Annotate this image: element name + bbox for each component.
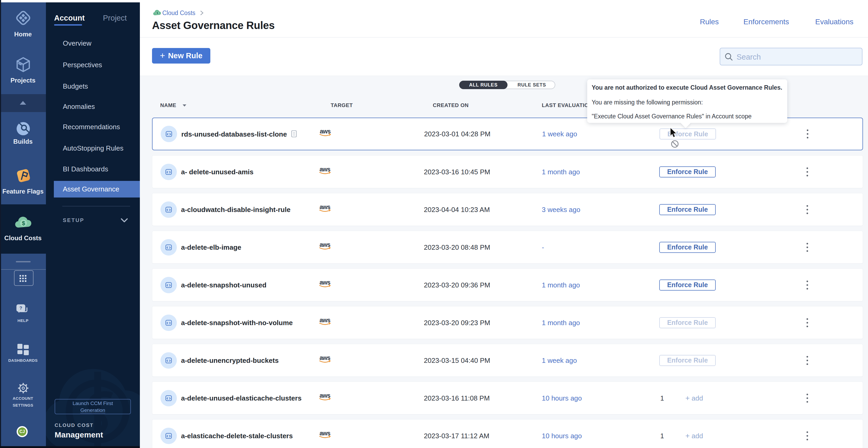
svg-text:$: $ — [22, 220, 25, 227]
svg-text:aws: aws — [319, 317, 331, 323]
svg-text:$: $ — [156, 11, 158, 14]
svg-text:aws: aws — [319, 430, 331, 437]
svg-text:aws: aws — [319, 204, 331, 210]
svg-text:aws: aws — [319, 392, 331, 399]
svg-text:aws: aws — [319, 279, 331, 285]
svg-text:aws: aws — [320, 128, 331, 135]
svg-text:aws: aws — [319, 166, 331, 172]
svg-text:?: ? — [20, 306, 22, 311]
svg-text:aws: aws — [319, 354, 331, 361]
svg-text:aws: aws — [319, 241, 331, 248]
